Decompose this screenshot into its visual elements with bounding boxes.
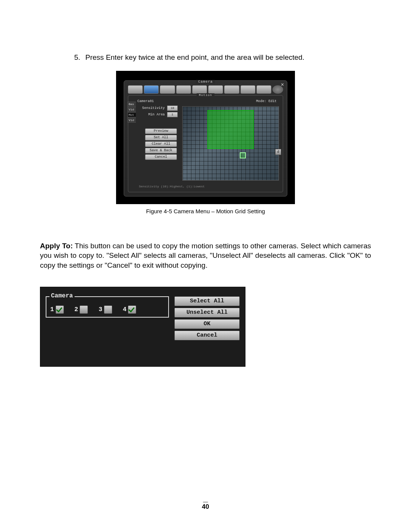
page-number: — 40: [0, 501, 411, 511]
side-tab[interactable]: Bas: [127, 102, 136, 107]
tab-scroll-icon[interactable]: [272, 85, 283, 94]
side-tab[interactable]: Vid: [127, 118, 136, 123]
document-page: 5. Press Enter key twice at the end poin…: [0, 0, 411, 532]
camera-tab[interactable]: [192, 85, 207, 94]
window-title: Camera: [196, 80, 215, 84]
camera-option-label: 2: [75, 306, 78, 313]
header-row: Camera01 Mode: Edit: [137, 99, 280, 103]
motion-grid-view[interactable]: [182, 106, 279, 181]
panel-title: Motion: [197, 93, 215, 97]
camera-name: Camera01: [137, 99, 154, 103]
side-tabs: Bas Vid Mot Vid: [127, 102, 136, 123]
save-back-button[interactable]: Save & Back: [145, 148, 177, 153]
camera-option-label: 4: [123, 306, 127, 313]
camera-tab[interactable]: [224, 85, 239, 94]
camera-tab[interactable]: [208, 85, 223, 94]
camera-tab-selected[interactable]: [144, 85, 159, 94]
camera-tab[interactable]: [128, 85, 143, 94]
page-number-value: 40: [202, 503, 209, 510]
camera-option-label: 1: [50, 306, 54, 313]
camera-option-label: 3: [99, 306, 102, 313]
sensitivity-select[interactable]: 10: [167, 105, 178, 111]
side-tab-selected[interactable]: Mot: [127, 112, 136, 117]
side-tab[interactable]: Vid: [127, 107, 136, 112]
camera-tabstrip: [128, 85, 283, 94]
camera-option-1[interactable]: 1: [50, 302, 64, 317]
instruction-step: 5. Press Enter key twice at the end poin…: [74, 53, 371, 62]
apply-to-dialog: Camera 1 2 3 4 Select All Unselect All O…: [40, 287, 245, 367]
apply-to-lead: Apply To:: [40, 242, 73, 250]
camera-option-3[interactable]: 3: [99, 302, 112, 317]
camera-tab[interactable]: [160, 85, 175, 94]
checkbox-icon[interactable]: [80, 305, 88, 314]
dialog-buttons: Select All Unselect All OK Cancel: [174, 296, 240, 361]
checkbox-icon[interactable]: [56, 305, 64, 314]
preview-button[interactable]: Preview: [145, 128, 177, 134]
cancel-button[interactable]: Cancel: [145, 154, 177, 160]
ok-button[interactable]: OK: [174, 319, 240, 329]
camera-option-2[interactable]: 2: [75, 302, 88, 317]
motion-buttons: Preview Set All Clear All Save & Back Ca…: [145, 128, 177, 160]
motion-panel: Motion Bas Vid Mot Vid Camera01 Mode: Ed…: [128, 95, 283, 192]
checkbox-icon[interactable]: [104, 305, 112, 314]
camera-option-4[interactable]: 4: [123, 302, 137, 317]
motion-grid-screenshot: Camera × Motion Bas: [116, 71, 295, 204]
camera-tab[interactable]: [256, 85, 271, 94]
cancel-button[interactable]: Cancel: [174, 331, 240, 340]
drive-chip[interactable]: d: [275, 149, 281, 155]
camera-fieldset: Camera 1 2 3 4: [46, 296, 169, 318]
unselect-all-button[interactable]: Unselect All: [174, 308, 240, 318]
apply-to-text: This button can be used to copy the moti…: [40, 242, 371, 269]
instruction-text: Press Enter key twice at the end point, …: [85, 53, 304, 61]
selected-area: [208, 110, 253, 149]
min-area-label: Min Area: [137, 113, 165, 117]
camera-window: Camera × Motion Bas: [124, 80, 287, 197]
grid-cursor: [240, 152, 246, 158]
fieldset-legend: Camera: [49, 292, 75, 299]
instruction-number: 5.: [74, 53, 83, 62]
figure-1-container: Camera × Motion Bas: [116, 71, 295, 214]
figure-caption: Figure 4-5 Camera Menu – Motion Grid Set…: [116, 208, 295, 214]
mode-readout: Mode: Edit: [256, 99, 277, 103]
min-area-select[interactable]: 1: [167, 112, 178, 117]
camera-tab[interactable]: [241, 85, 255, 94]
select-all-button[interactable]: Select All: [174, 296, 240, 306]
camera-tab[interactable]: [176, 85, 191, 94]
checkbox-icon[interactable]: [128, 305, 136, 314]
set-all-button[interactable]: Set All: [145, 135, 177, 141]
motion-body: Camera01 Mode: Edit Sensitivity 10 Min A…: [137, 99, 280, 190]
sensitivity-label: Sensitivity: [137, 106, 165, 110]
sensitivity-hint: Sensitivity (10):Highest, (1):Lowest: [139, 185, 279, 188]
clear-all-button[interactable]: Clear All: [145, 141, 177, 147]
apply-to-paragraph: Apply To: This button can be used to cop…: [40, 241, 371, 270]
